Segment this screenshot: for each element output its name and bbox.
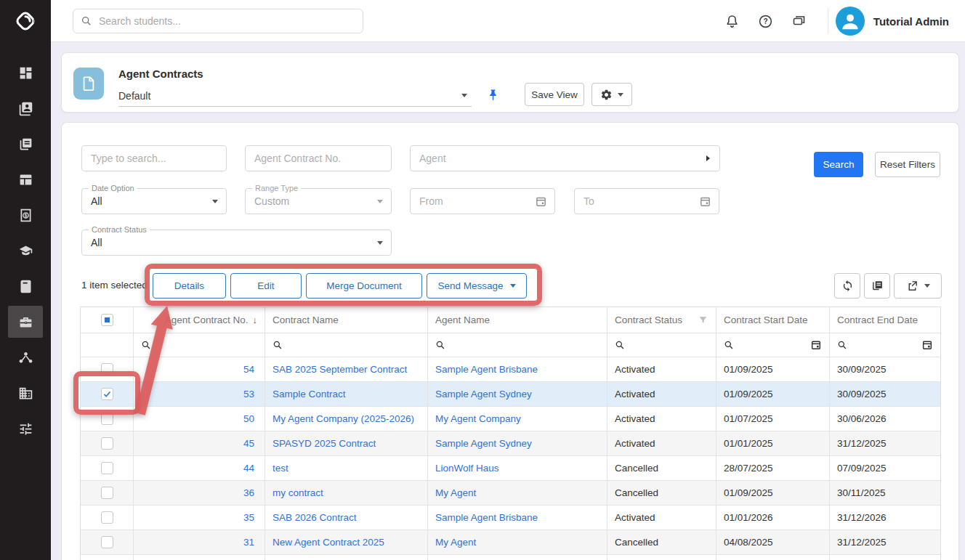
contract-status-select[interactable]: Contract Status All bbox=[81, 230, 392, 256]
row-checkbox[interactable] bbox=[101, 413, 113, 425]
date-option-select[interactable]: Date Option All bbox=[81, 188, 227, 214]
search-button[interactable]: Search bbox=[814, 152, 863, 177]
reset-filters-button[interactable]: Reset Filters bbox=[875, 152, 940, 177]
messages-button[interactable] bbox=[783, 7, 816, 36]
edit-button[interactable]: Edit bbox=[230, 273, 302, 299]
column-chooser-button[interactable] bbox=[864, 273, 890, 299]
date-from-field[interactable] bbox=[410, 188, 555, 214]
sidebar-item-dashboard[interactable] bbox=[8, 57, 43, 89]
filter-cell-start-date[interactable] bbox=[716, 333, 830, 357]
global-search[interactable] bbox=[73, 9, 363, 33]
contract-no-input[interactable] bbox=[254, 153, 382, 164]
filter-cell-status[interactable] bbox=[607, 333, 716, 357]
filter-cell-contract-no[interactable] bbox=[134, 333, 265, 357]
sidebar-item-network[interactable] bbox=[8, 341, 43, 373]
column-header-contract-no[interactable]: Agent Contract No.↓ bbox=[134, 307, 265, 333]
column-header-start-date[interactable]: Contract Start Date bbox=[716, 307, 830, 333]
contract-no-link[interactable]: 53 bbox=[243, 389, 254, 399]
contract-no-field[interactable] bbox=[245, 145, 392, 171]
contract-name-link[interactable]: SPASYD 2025 Contract bbox=[272, 438, 376, 449]
agent-name-link[interactable]: Sample Agent Sydney bbox=[435, 438, 532, 449]
sidebar-item-settings[interactable] bbox=[8, 413, 43, 445]
keyword-search-field[interactable] bbox=[81, 145, 227, 171]
contract-name-link[interactable]: test bbox=[272, 463, 288, 474]
help-button[interactable]: ? bbox=[749, 7, 783, 36]
table-row[interactable]: 35 SAB 2026 Contract Sample Agent Brisba… bbox=[81, 506, 940, 530]
row-checkbox[interactable] bbox=[101, 536, 113, 548]
sidebar-item-documents[interactable] bbox=[8, 128, 43, 160]
contract-no-link[interactable]: 35 bbox=[243, 512, 254, 523]
table-row[interactable]: 50 My Agent Company (2025-2026) My Agent… bbox=[81, 407, 940, 431]
row-select-cell[interactable] bbox=[81, 431, 134, 456]
contract-name-link[interactable]: New Agent Contract 2025 bbox=[272, 537, 384, 548]
row-select-cell[interactable] bbox=[81, 357, 134, 382]
row-select-cell[interactable] bbox=[81, 407, 134, 431]
column-header-contract-name[interactable]: Contract Name bbox=[265, 307, 428, 333]
select-all-cell[interactable] bbox=[81, 307, 134, 333]
app-logo[interactable] bbox=[0, 0, 51, 42]
date-from-input[interactable] bbox=[419, 195, 546, 207]
date-to-input[interactable] bbox=[584, 195, 710, 207]
keyword-search-input[interactable] bbox=[91, 153, 217, 164]
filter-cell-contract-name[interactable] bbox=[265, 333, 428, 357]
table-row[interactable]: 36 my contract My Agent Cancelled 01/09/… bbox=[81, 481, 940, 506]
table-row[interactable]: 44 test LionWolf Haus Cancelled 28/07/20… bbox=[81, 456, 940, 481]
agent-dropdown[interactable] bbox=[410, 145, 720, 171]
global-search-input[interactable] bbox=[99, 15, 355, 27]
user-menu[interactable]: Tutorial Admin bbox=[836, 7, 965, 36]
column-header-end-date[interactable]: Contract End Date bbox=[830, 307, 940, 333]
row-select-cell[interactable] bbox=[81, 456, 134, 481]
select-all-checkbox[interactable] bbox=[101, 314, 113, 326]
agent-name-link[interactable]: Sample Agent Brisbane bbox=[435, 364, 538, 375]
contract-name-link[interactable]: SAB 2025 September Contract bbox=[272, 364, 407, 375]
save-view-button[interactable]: Save View bbox=[525, 83, 584, 106]
agent-name-link[interactable]: My Agent bbox=[435, 487, 476, 498]
row-checkbox[interactable] bbox=[101, 462, 113, 474]
row-select-cell[interactable] bbox=[81, 530, 134, 555]
row-checkbox[interactable] bbox=[101, 511, 113, 524]
table-row[interactable]: 31 New Agent Contract 2025 My Agent Canc… bbox=[81, 530, 940, 555]
sidebar-item-agents[interactable] bbox=[8, 306, 43, 338]
contract-no-link[interactable]: 31 bbox=[243, 537, 254, 548]
contract-name-link[interactable]: Sample Contract bbox=[272, 389, 346, 399]
table-row[interactable]: 54 SAB 2025 September Contract Sample Ag… bbox=[81, 357, 940, 382]
pin-view-button[interactable] bbox=[483, 85, 502, 104]
view-settings-button[interactable] bbox=[591, 83, 632, 106]
column-header-contract-status[interactable]: Contract Status bbox=[607, 307, 716, 333]
refresh-button[interactable] bbox=[834, 273, 860, 299]
contract-name-link[interactable]: My Agent Company (2025-2026) bbox=[272, 413, 414, 424]
sidebar-item-layout[interactable] bbox=[8, 163, 43, 195]
contract-no-link[interactable]: 44 bbox=[243, 463, 254, 474]
merge-document-button[interactable]: Merge Document bbox=[306, 273, 422, 299]
row-checkbox[interactable] bbox=[101, 437, 113, 450]
details-button[interactable]: Details bbox=[153, 273, 226, 299]
contract-no-link[interactable]: 54 bbox=[243, 364, 254, 375]
sidebar-item-invoices[interactable]: $ bbox=[8, 199, 43, 231]
sidebar-item-organisation[interactable] bbox=[8, 377, 43, 409]
sidebar-item-education[interactable] bbox=[8, 235, 43, 267]
sidebar-item-contacts[interactable] bbox=[8, 92, 43, 124]
row-checkbox[interactable] bbox=[101, 388, 113, 400]
export-button[interactable] bbox=[894, 273, 942, 299]
agent-name-link[interactable]: LionWolf Haus bbox=[435, 463, 499, 474]
date-to-field[interactable] bbox=[574, 188, 719, 214]
contract-name-link[interactable]: my contract bbox=[272, 487, 323, 498]
filter-cell-agent-name[interactable] bbox=[428, 333, 607, 357]
agent-name-link[interactable]: Sample Agent Sydney bbox=[435, 389, 532, 399]
filter-cell-end-date[interactable] bbox=[830, 333, 940, 357]
row-select-cell[interactable] bbox=[81, 555, 134, 560]
row-select-cell[interactable] bbox=[81, 481, 134, 506]
table-row[interactable] bbox=[81, 555, 940, 560]
agent-name-link[interactable]: My Agent bbox=[435, 537, 476, 548]
row-checkbox[interactable] bbox=[101, 363, 113, 376]
contract-no-link[interactable]: 45 bbox=[243, 438, 254, 449]
agent-input[interactable] bbox=[419, 153, 711, 164]
contract-no-link[interactable]: 36 bbox=[243, 487, 254, 498]
contract-name-link[interactable]: SAB 2026 Contract bbox=[272, 512, 357, 523]
sidebar-item-book[interactable] bbox=[8, 270, 43, 302]
contract-no-link[interactable]: 50 bbox=[243, 413, 254, 424]
agent-name-link[interactable]: Sample Agent Brisbane bbox=[435, 512, 538, 523]
table-row[interactable]: 53 Sample Contract Sample Agent Sydney A… bbox=[81, 382, 940, 407]
row-select-cell[interactable] bbox=[81, 382, 134, 407]
agent-name-link[interactable]: My Agent Company bbox=[435, 413, 521, 424]
